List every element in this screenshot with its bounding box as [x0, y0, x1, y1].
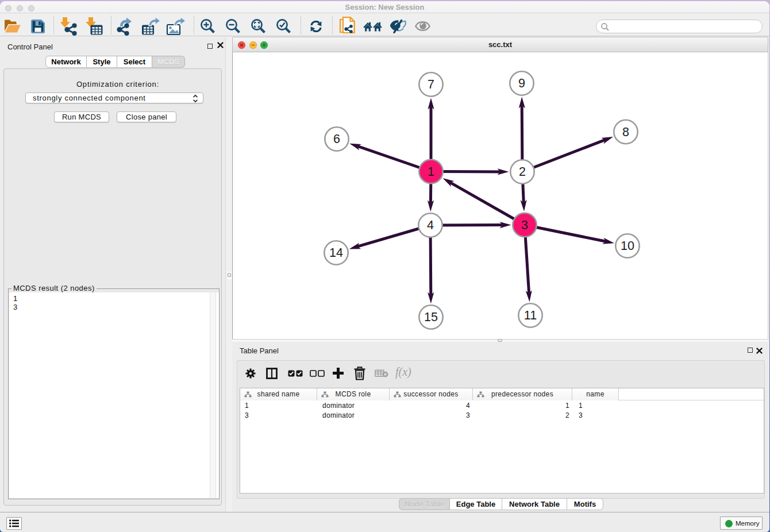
svg-text:4: 4	[427, 218, 434, 232]
svg-text:8: 8	[622, 125, 629, 139]
svg-text:2: 2	[519, 165, 526, 179]
svg-text:10: 10	[621, 239, 634, 253]
svg-text:15: 15	[424, 310, 438, 324]
svg-text:6: 6	[333, 132, 340, 146]
svg-text:7: 7	[428, 78, 434, 91]
svg-text:14: 14	[329, 246, 343, 260]
svg-text:9: 9	[518, 76, 525, 90]
svg-text:1: 1	[428, 165, 434, 179]
svg-text:3: 3	[521, 218, 528, 232]
svg-text:11: 11	[524, 309, 537, 322]
